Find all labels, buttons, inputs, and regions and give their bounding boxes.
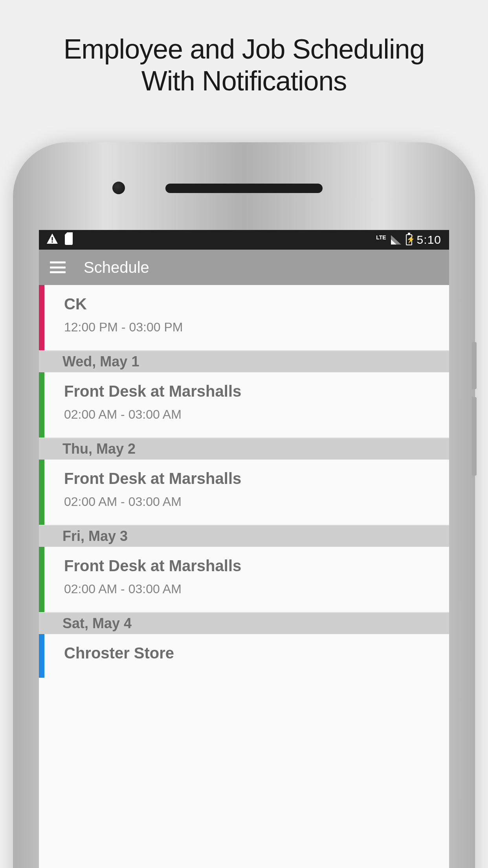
phone-screen: LTE 5:10 Schedule CK 12:00 PM - 03:00 PM [39, 230, 449, 868]
promo-line1: Employee and Job Scheduling [64, 34, 425, 64]
warning-icon [47, 234, 58, 246]
signal-icon [391, 235, 401, 245]
event-color-bar [39, 460, 44, 525]
svg-rect-0 [52, 237, 53, 241]
event-time: 02:00 AM - 03:00 AM [64, 495, 241, 509]
event-title: Front Desk at Marshalls [64, 470, 241, 487]
phone-camera [112, 182, 125, 194]
day-header: Sat, May 4 [39, 613, 449, 634]
event-color-bar [39, 372, 44, 438]
menu-icon[interactable] [50, 261, 66, 273]
phone-hw-button [472, 397, 477, 476]
promo-heading: Employee and Job Scheduling With Notific… [0, 0, 488, 97]
schedule-list[interactable]: CK 12:00 PM - 03:00 PM Wed, May 1 Front … [39, 285, 449, 678]
network-label: LTE [376, 234, 386, 241]
day-header: Wed, May 1 [39, 351, 449, 372]
schedule-event[interactable]: Front Desk at Marshalls 02:00 AM - 03:00… [39, 460, 449, 526]
event-title: Front Desk at Marshalls [64, 557, 241, 575]
phone-speaker [165, 184, 323, 193]
status-time: 5:10 [417, 233, 441, 246]
battery-charging-icon [406, 234, 412, 245]
status-bar: LTE 5:10 [39, 230, 449, 250]
promo-line2: With Notifications [141, 66, 347, 96]
schedule-event[interactable]: Chroster Store [39, 634, 449, 678]
event-color-bar [39, 285, 44, 350]
event-time: 12:00 PM - 03:00 PM [64, 320, 183, 335]
schedule-event[interactable]: Front Desk at Marshalls 02:00 AM - 03:00… [39, 372, 449, 438]
event-time: 02:00 AM - 03:00 AM [64, 582, 241, 596]
schedule-event[interactable]: CK 12:00 PM - 03:00 PM [39, 285, 449, 351]
day-header: Thu, May 2 [39, 438, 449, 460]
event-title: CK [64, 295, 183, 313]
event-color-bar [39, 547, 44, 612]
event-title: Chroster Store [64, 644, 174, 662]
svg-rect-1 [52, 241, 53, 243]
event-time: 02:00 AM - 03:00 AM [64, 407, 241, 422]
sd-card-icon [65, 235, 73, 245]
phone-frame: LTE 5:10 Schedule CK 12:00 PM - 03:00 PM [16, 145, 472, 868]
phone-hw-button [472, 342, 477, 389]
schedule-event[interactable]: Front Desk at Marshalls 02:00 AM - 03:00… [39, 547, 449, 613]
day-header: Fri, May 3 [39, 526, 449, 547]
event-color-bar [39, 634, 44, 678]
app-bar: Schedule [39, 250, 449, 285]
app-bar-title: Schedule [84, 259, 149, 276]
event-title: Front Desk at Marshalls [64, 383, 241, 400]
